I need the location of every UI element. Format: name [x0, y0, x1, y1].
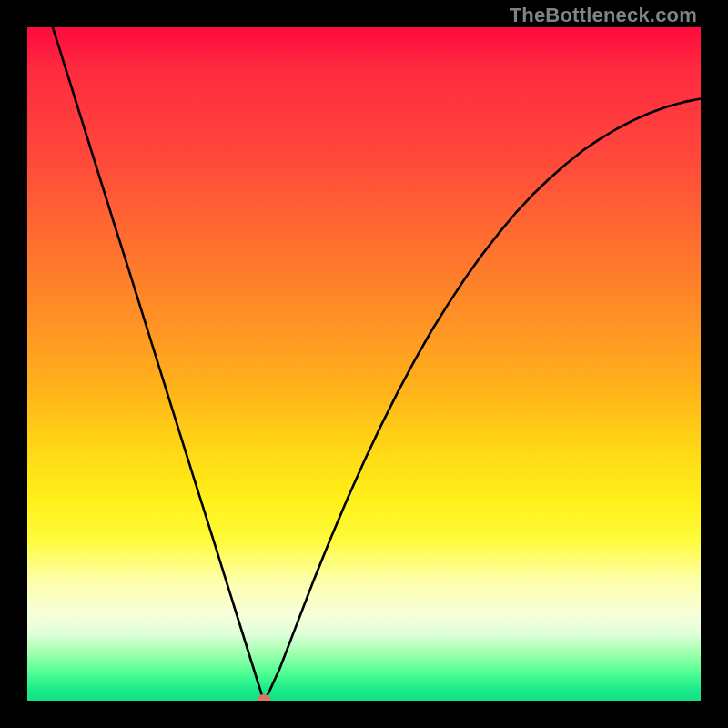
- chart-frame: TheBottleneck.com: [0, 0, 728, 728]
- bottleneck-curve: [53, 27, 701, 701]
- curve-overlay: [27, 27, 701, 701]
- plot-area: [27, 27, 701, 701]
- watermark-text: TheBottleneck.com: [510, 4, 697, 27]
